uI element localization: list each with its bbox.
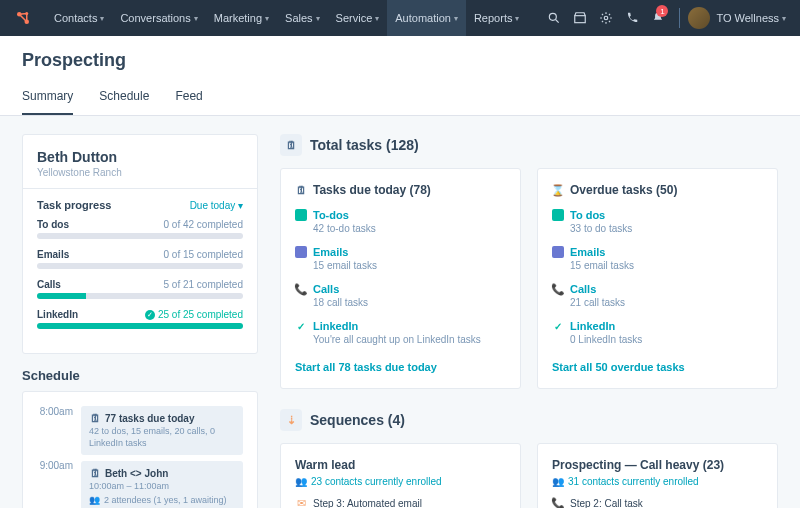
nav-item-marketing[interactable]: Marketing▾: [206, 0, 277, 36]
logo-icon: [14, 9, 32, 27]
schedule-time: 8:00am: [37, 406, 73, 460]
top-nav: Contacts▾Conversations▾Marketing▾Sales▾S…: [0, 0, 800, 36]
task-progress-label: Task progress: [37, 199, 111, 211]
task-column-title: 🗓Tasks due today (78): [295, 183, 506, 197]
tabs: SummaryScheduleFeed: [22, 81, 778, 115]
page-header: Prospecting SummaryScheduleFeed: [0, 36, 800, 116]
progress-name: Calls: [37, 279, 61, 290]
task-category: 📞Calls21 call tasks: [552, 283, 763, 308]
progress-bar: [37, 233, 243, 239]
chevron-down-icon: ▾: [454, 14, 458, 23]
task-category-link[interactable]: 📞Calls: [552, 283, 763, 295]
task-category-sub: 18 call tasks: [313, 297, 506, 308]
phone-icon: 📞: [295, 283, 307, 295]
chevron-down-icon: ▾: [238, 200, 243, 211]
sequences-icon: ⇣: [280, 409, 302, 431]
task-category-link[interactable]: To dos: [552, 209, 763, 221]
chevron-down-icon: ▾: [515, 14, 519, 23]
people-icon: 👥: [295, 476, 307, 487]
start-tasks-link[interactable]: Start all 50 overdue tasks: [552, 361, 685, 373]
task-category-link[interactable]: Emails: [295, 246, 506, 258]
marketplace-icon[interactable]: [567, 0, 593, 36]
schedule-event[interactable]: 🗓77 tasks due today42 to dos, 15 emails,…: [81, 406, 243, 455]
sequences-section-title: ⇣ Sequences (4): [280, 409, 778, 431]
svg-rect-4: [575, 16, 586, 23]
mail-step-icon: ✉: [295, 497, 307, 508]
notif-badge: 1: [656, 5, 668, 17]
progress-value: 0 of 15 completed: [164, 249, 244, 260]
progress-row: Emails 0 of 15 completed: [37, 249, 243, 269]
schedule-event[interactable]: 🗓Beth <> John10:00am – 11:00am👥2 attende…: [81, 461, 243, 508]
nav-item-contacts[interactable]: Contacts▾: [46, 0, 112, 36]
task-progress-filter[interactable]: Due today ▾: [190, 200, 243, 211]
email-icon: [552, 246, 564, 258]
task-column: ⌛Overdue tasks (50)To dos33 to do tasksE…: [537, 168, 778, 389]
nav-item-sales[interactable]: Sales▾: [277, 0, 328, 36]
sequence-enrolled[interactable]: 👥31 contacts currently enrolled: [552, 476, 763, 487]
task-category-link[interactable]: Emails: [552, 246, 763, 258]
progress-row: Calls 5 of 21 completed: [37, 279, 243, 299]
task-category: ✓LinkedIn0 LinkedIn tasks: [552, 320, 763, 345]
task-column-title: ⌛Overdue tasks (50): [552, 183, 763, 197]
task-category: To-dos42 to-do tasks: [295, 209, 506, 234]
settings-icon[interactable]: [593, 0, 619, 36]
tab-summary[interactable]: Summary: [22, 81, 73, 115]
avatar: [688, 7, 710, 29]
phone-icon: 📞: [552, 283, 564, 295]
task-category-sub: 15 email tasks: [570, 260, 763, 271]
tab-feed[interactable]: Feed: [175, 81, 202, 115]
start-tasks-link[interactable]: Start all 78 tasks due today: [295, 361, 437, 373]
workspace-switcher[interactable]: TO Wellness ▾: [688, 7, 786, 29]
task-category-sub: 21 call tasks: [570, 297, 763, 308]
progress-bar: [37, 323, 243, 329]
event-title: 77 tasks due today: [105, 413, 194, 424]
task-category: To dos33 to do tasks: [552, 209, 763, 234]
tasks-icon: 🗓: [280, 134, 302, 156]
sequence-card: Warm lead👥23 contacts currently enrolled…: [280, 443, 521, 508]
search-icon[interactable]: [541, 0, 567, 36]
task-category-sub: 0 LinkedIn tasks: [570, 334, 763, 345]
step-name: ✉Step 3: Automated email: [295, 497, 506, 508]
workspace-name: TO Wellness: [716, 12, 779, 24]
tab-schedule[interactable]: Schedule: [99, 81, 149, 115]
task-column: 🗓Tasks due today (78)To-dos42 to-do task…: [280, 168, 521, 389]
phone-icon: 📞: [552, 497, 564, 508]
sequence-step: ✉Step 3: Automated email5 emails will be…: [295, 497, 506, 508]
event-sub: 42 to dos, 15 emails, 20 calls, 0 Linked…: [89, 426, 235, 449]
tasks-section-title: 🗓 Total tasks (128): [280, 134, 778, 156]
task-category-sub: 15 email tasks: [313, 260, 506, 271]
nav-item-conversations[interactable]: Conversations▾: [112, 0, 205, 36]
schedule-time: 9:00am: [37, 460, 73, 508]
nav-item-reports[interactable]: Reports▾: [466, 0, 528, 36]
people-icon: 👥: [89, 495, 100, 505]
task-category-link[interactable]: 📞Calls: [295, 283, 506, 295]
notifications-icon[interactable]: 1: [645, 0, 671, 36]
event-meta: 👥2 attendees (1 yes, 1 awaiting): [89, 495, 235, 505]
nav-item-service[interactable]: Service▾: [328, 0, 388, 36]
progress-value: ✓ 25 of 25 completed: [145, 309, 243, 320]
email-icon: [295, 246, 307, 258]
todo-icon: [295, 209, 307, 221]
todo-icon: [552, 209, 564, 221]
sequence-title: Warm lead: [295, 458, 506, 472]
chevron-down-icon: ▾: [375, 14, 379, 23]
check-icon: ✓: [552, 320, 564, 332]
task-category-link[interactable]: To-dos: [295, 209, 506, 221]
chevron-down-icon: ▾: [782, 14, 786, 23]
chevron-down-icon: ▾: [316, 14, 320, 23]
progress-row: LinkedIn✓ 25 of 25 completed: [37, 309, 243, 329]
nav-item-automation[interactable]: Automation▾: [387, 0, 466, 36]
progress-value: 0 of 42 completed: [164, 219, 244, 230]
progress-bar: [37, 293, 243, 299]
task-category-link[interactable]: ✓LinkedIn: [552, 320, 763, 332]
task-category: Emails15 email tasks: [552, 246, 763, 271]
sequence-step: 📞Step 2: Call task2 call tasks due today…: [552, 497, 763, 508]
step-name: 📞Step 2: Call task: [552, 497, 763, 508]
overdue-icon: ⌛: [552, 184, 564, 196]
task-category-link[interactable]: ✓LinkedIn: [295, 320, 506, 332]
sequence-title: Prospecting — Call heavy (23): [552, 458, 763, 472]
calling-icon[interactable]: [619, 0, 645, 36]
progress-name: Emails: [37, 249, 69, 260]
sequence-enrolled[interactable]: 👥23 contacts currently enrolled: [295, 476, 506, 487]
task-category: Emails15 email tasks: [295, 246, 506, 271]
